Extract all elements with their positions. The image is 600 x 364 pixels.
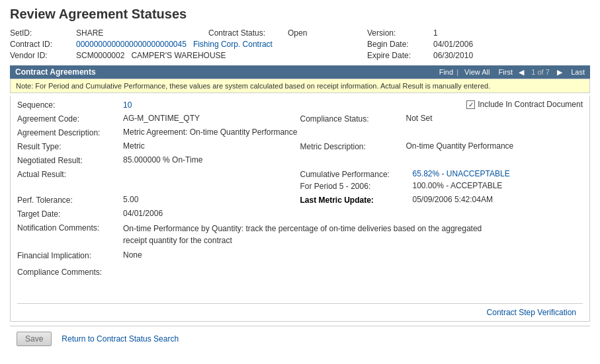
contract-id-value: 0000000000000000000000045 — [76, 40, 187, 49]
note-text: Note: For Period and Cumulative Performa… — [16, 82, 490, 90]
cumulative-perf-value: 65.82% - UNACCEPTABLE — [413, 169, 510, 178]
view-all-link[interactable]: View All — [464, 68, 490, 76]
find-link[interactable]: Find — [439, 68, 453, 76]
bottom-bar: Contract Step Verification — [17, 303, 583, 317]
version-label: Version: — [367, 28, 396, 38]
for-period-value: 100.00% - ACCEPTABLE — [413, 181, 503, 191]
sequence-value: 10 — [123, 100, 132, 110]
section-bar-links: Find | View All First ◀ 1 of 7 ▶ Last — [437, 68, 585, 77]
agreement-desc-label: Agreement Description: — [17, 127, 123, 137]
first-link[interactable]: First — [499, 68, 513, 76]
setid-value: SHARE — [76, 28, 103, 38]
pagination-info: 1 of 7 — [531, 68, 550, 76]
metric-desc-value: On-time Quantity Performance — [406, 141, 514, 151]
footer-bar: Save Return to Contract Status Search — [10, 326, 590, 351]
notification-label: Notification Comments: — [17, 223, 123, 246]
vendor-id-label: Vendor ID: — [10, 51, 48, 60]
agreement-code-value: AG-M_ONTIME_QTY — [123, 114, 200, 124]
contract-status-label: Contract Status: — [208, 28, 265, 38]
sequence-label: Sequence: — [17, 100, 123, 110]
cumulative-perf-label: Cumulative Performance: — [300, 169, 413, 179]
vendor-name: CAMPER'S WAREHOUSE — [131, 51, 226, 60]
content-area: Sequence: 10 ✓ Include In Contract Docum… — [10, 96, 590, 322]
return-link[interactable]: Return to Contract Status Search — [62, 334, 179, 344]
compliance-comments-label: Compliance Comments: — [17, 267, 123, 277]
actual-result-label: Actual Result: — [17, 169, 123, 191]
financial-impl-label: Financial Implication: — [17, 250, 123, 260]
last-metric-label: Last Metric Update: — [300, 195, 413, 205]
last-metric-value: 05/09/2006 5:42:04AM — [413, 195, 493, 205]
section-bar: Contract Agreements Find | View All Firs… — [10, 65, 590, 79]
contract-step-link[interactable]: Contract Step Verification — [487, 308, 576, 317]
cumulative-perf-link[interactable]: 65.82% - UNACCEPTABLE — [413, 169, 510, 179]
perf-tolerance-value: 5.00 — [123, 195, 138, 205]
begin-date-value: 04/01/2006 — [433, 40, 473, 49]
notification-value: On-time Performance by Quantity: track t… — [123, 223, 493, 246]
contract-id-link[interactable]: 0000000000000000000000045 — [76, 40, 189, 49]
compliance-status-value: Not Set — [406, 114, 433, 124]
compliance-status-label: Compliance Status: — [300, 114, 406, 124]
agreement-desc-value: Metric Agreement: On-time Quantity Perfo… — [123, 127, 297, 137]
negotiated-result-value: 85.000000 — [123, 155, 161, 165]
save-button[interactable]: Save — [17, 332, 52, 346]
perf-tolerance-label: Perf. Tolerance: — [17, 195, 123, 205]
agreement-code-label: Agreement Code: — [17, 114, 123, 124]
financial-impl-value: None — [123, 250, 142, 260]
version-value: 1 — [433, 28, 438, 38]
begin-date-label: Begin Date: — [367, 40, 409, 49]
for-period-label: For Period 5 - 2006: — [300, 181, 413, 191]
setid-label: SetID: — [10, 28, 32, 38]
target-date-label: Target Date: — [17, 209, 123, 219]
negotiated-result-label: Negotiated Result: — [17, 155, 123, 165]
include-label: Include In Contract Document — [478, 100, 583, 109]
contract-status-value: Open — [288, 28, 307, 38]
contract-name: Fishing Corp. Contract — [193, 40, 273, 49]
page-title: Review Agreement Statuses — [10, 7, 590, 22]
vendor-id-value: SCM0000002 — [76, 51, 124, 60]
last-link[interactable]: Last — [571, 68, 585, 76]
target-date-value: 04/01/2006 — [123, 209, 163, 219]
metric-desc-label: Metric Description: — [300, 141, 406, 151]
section-title: Contract Agreements — [15, 67, 96, 77]
result-type-label: Result Type: — [17, 141, 123, 151]
negotiated-result-unit: % On-Time — [163, 155, 202, 165]
expire-date-value: 06/30/2010 — [433, 51, 473, 60]
contract-name-link[interactable]: Fishing Corp. Contract — [193, 40, 273, 49]
result-type-value: Metric — [123, 141, 145, 151]
page-container: Review Agreement Statuses SetID: SHARE C… — [0, 0, 600, 364]
include-checkbox[interactable]: ✓ — [466, 100, 475, 109]
note-bar: Note: For Period and Cumulative Performa… — [10, 79, 590, 93]
contract-id-label: Contract ID: — [10, 40, 52, 49]
expire-date-label: Expire Date: — [367, 51, 411, 60]
